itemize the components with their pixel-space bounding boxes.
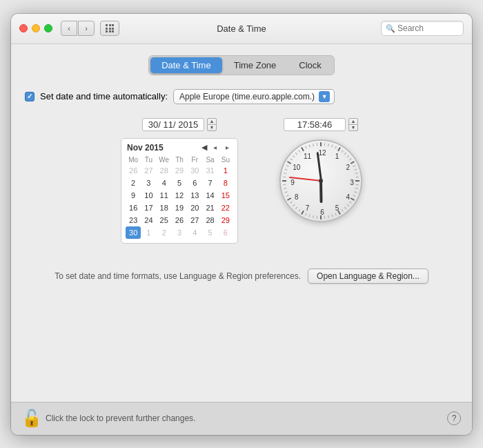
open-language-button[interactable]: Open Language & Region... bbox=[308, 269, 428, 284]
close-button[interactable] bbox=[19, 24, 28, 32]
calendar-day[interactable]: 4 bbox=[157, 177, 172, 189]
calendar-day[interactable]: 3 bbox=[172, 226, 187, 239]
calendar-day[interactable]: 2 bbox=[157, 226, 172, 239]
search-icon: 🔍 bbox=[386, 24, 395, 33]
maximize-button[interactable] bbox=[44, 24, 52, 32]
clock-number: 11 bbox=[304, 153, 311, 160]
calendar-row: 16171819202122 bbox=[126, 202, 233, 214]
calendar-day[interactable]: 9 bbox=[126, 189, 141, 202]
help-button[interactable]: ? bbox=[447, 411, 461, 425]
calendar-day[interactable]: 25 bbox=[157, 214, 172, 226]
clock-face: 121234567891011 bbox=[279, 139, 362, 222]
calendar-day[interactable]: 31 bbox=[202, 164, 217, 177]
calendar-day[interactable]: 22 bbox=[218, 202, 233, 214]
grid-icon bbox=[106, 24, 114, 32]
calendar-day[interactable]: 20 bbox=[187, 202, 202, 214]
calendar-day[interactable]: 15 bbox=[218, 189, 233, 202]
calendar-day[interactable]: 27 bbox=[141, 164, 156, 177]
language-info-text: To set date and time formats, use Langua… bbox=[55, 271, 301, 281]
calendar-day[interactable]: 6 bbox=[187, 177, 202, 189]
day-header-th: Th bbox=[172, 155, 187, 164]
calendar-day[interactable]: 30 bbox=[187, 164, 202, 177]
calendar-row: 9101112131415 bbox=[126, 189, 233, 202]
calendar-day[interactable]: 4 bbox=[187, 226, 202, 239]
auto-set-checkbox[interactable] bbox=[25, 92, 34, 101]
calendar-day[interactable]: 19 bbox=[172, 202, 187, 214]
time-stepper: ▲ ▼ bbox=[348, 118, 358, 131]
search-box[interactable]: 🔍 bbox=[381, 21, 464, 36]
date-field[interactable]: 30/ 11/ 2015 bbox=[142, 118, 204, 131]
mini-calendar: Nov 2015 ◀ ◂ ▸ Mo Tu We bbox=[121, 138, 238, 244]
window-title: Date & Time bbox=[217, 23, 266, 34]
calendar-day[interactable]: 29 bbox=[218, 214, 233, 226]
time-down-button[interactable]: ▼ bbox=[348, 124, 358, 131]
calendar-day[interactable]: 2 bbox=[126, 177, 141, 189]
calendar-day[interactable]: 30 bbox=[126, 226, 141, 239]
calendar-row: 23242526272829 bbox=[126, 214, 233, 226]
main-window: ‹ › Date & Time 🔍 Date & Time Time Zone … bbox=[11, 14, 472, 435]
back-button[interactable]: ‹ bbox=[61, 21, 77, 36]
tab-bar: Date & Time Time Zone Clock bbox=[25, 55, 458, 75]
calendar-row: 30123456 bbox=[126, 226, 233, 239]
language-region-bar: To set date and time formats, use Langua… bbox=[25, 260, 458, 292]
calendar-day[interactable]: 28 bbox=[202, 214, 217, 226]
titlebar: ‹ › Date & Time 🔍 bbox=[11, 14, 472, 44]
day-header-sa: Sa bbox=[202, 155, 217, 164]
calendar-month-year: Nov 2015 bbox=[127, 143, 164, 153]
clock-number: 3 bbox=[350, 178, 354, 186]
calendar-day[interactable]: 28 bbox=[157, 164, 172, 177]
calendar-prev-button[interactable]: ◂ bbox=[210, 143, 219, 153]
calendar-day[interactable]: 18 bbox=[157, 202, 172, 214]
calendar-header-row: Mo Tu We Th Fr Sa Su bbox=[126, 155, 233, 164]
clock-number: 8 bbox=[295, 193, 299, 201]
day-header-su: Su bbox=[218, 155, 233, 164]
minimize-button[interactable] bbox=[32, 24, 40, 32]
nav-buttons: ‹ › bbox=[61, 21, 95, 36]
calendar-day[interactable]: 1 bbox=[218, 164, 233, 177]
calendar-day[interactable]: 24 bbox=[141, 214, 156, 226]
calendar-day[interactable]: 12 bbox=[172, 189, 187, 202]
tab-date-time[interactable]: Date & Time bbox=[150, 57, 222, 73]
date-down-button[interactable]: ▼ bbox=[207, 124, 217, 131]
tab-clock[interactable]: Clock bbox=[288, 57, 333, 73]
forward-button[interactable]: › bbox=[78, 21, 95, 36]
lock-button[interactable]: 🔓 bbox=[22, 407, 41, 429]
calendar-day[interactable]: 10 bbox=[141, 189, 156, 202]
calendar-day[interactable]: 3 bbox=[141, 177, 156, 189]
calendar-day[interactable]: 26 bbox=[126, 164, 141, 177]
calendar-next-button[interactable]: ▸ bbox=[222, 143, 232, 153]
day-header-we: We bbox=[157, 155, 172, 164]
calendar-day[interactable]: 16 bbox=[126, 202, 141, 214]
time-field[interactable]: 17:58:46 bbox=[284, 118, 346, 131]
calendar-day[interactable]: 29 bbox=[172, 164, 187, 177]
calendar-day[interactable]: 5 bbox=[172, 177, 187, 189]
calendar-day[interactable]: 26 bbox=[172, 214, 187, 226]
day-header-tu: Tu bbox=[141, 155, 156, 164]
calendar-day[interactable]: 27 bbox=[187, 214, 202, 226]
calendar-day[interactable]: 23 bbox=[126, 214, 141, 226]
calendar-day[interactable]: 6 bbox=[218, 226, 233, 239]
day-header-fr: Fr bbox=[187, 155, 202, 164]
calendar-nav-left-icon: ◀ bbox=[201, 143, 207, 153]
dropdown-arrow-icon: ▼ bbox=[319, 91, 330, 102]
date-picker-area: 30/ 11/ 2015 ▲ ▼ Nov 2015 ◀ ◂ ▸ bbox=[121, 118, 238, 244]
clock-number: 9 bbox=[290, 178, 295, 186]
calendar-day[interactable]: 14 bbox=[202, 189, 217, 202]
clock-number: 10 bbox=[293, 164, 300, 171]
calendar-day[interactable]: 7 bbox=[202, 177, 217, 189]
calendar-day[interactable]: 13 bbox=[187, 189, 202, 202]
grid-button[interactable] bbox=[100, 21, 119, 36]
clock-center-dot bbox=[319, 179, 323, 183]
calendar-day[interactable]: 11 bbox=[157, 189, 172, 202]
search-input[interactable] bbox=[397, 23, 459, 33]
clock-number: 6 bbox=[320, 208, 324, 215]
calendar-day[interactable]: 5 bbox=[202, 226, 217, 239]
server-dropdown[interactable]: Apple Europe (time.euro.apple.com.) ▼ bbox=[173, 89, 335, 104]
tab-time-zone[interactable]: Time Zone bbox=[223, 57, 288, 73]
calendar-day[interactable]: 8 bbox=[218, 177, 233, 189]
calendar-day[interactable]: 1 bbox=[141, 226, 156, 239]
traffic-lights bbox=[19, 24, 52, 32]
calendar-day[interactable]: 21 bbox=[202, 202, 217, 214]
calendar-day[interactable]: 17 bbox=[141, 202, 156, 214]
content-area: Date & Time Time Zone Clock Set date and… bbox=[11, 44, 472, 402]
